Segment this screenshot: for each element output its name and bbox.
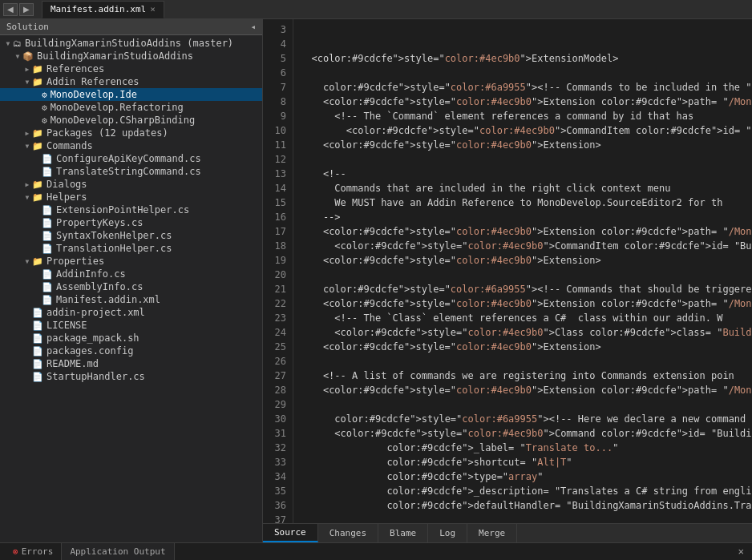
tree-icon: 📄 — [42, 244, 53, 254]
tree-label: BuildingXamarinStudioAddins — [37, 50, 193, 62]
tree-label: TranslationHelper.cs — [56, 243, 172, 254]
tree-item[interactable]: 📄addin-project.xml — [0, 306, 262, 319]
tree-label: Addin References — [46, 76, 139, 87]
tree-icon: 📁 — [32, 192, 43, 203]
tab-merge[interactable]: Merge — [467, 524, 517, 542]
line-number: 12 — [266, 152, 286, 167]
tree-label: MonoDevelop.Ide — [51, 89, 137, 100]
main-content: Solution ◂ ▼🗂BuildingXamarinStudioAddins… — [0, 19, 752, 542]
close-icon[interactable]: × — [150, 4, 156, 14]
tree-label: ConfigureApiKeyCommand.cs — [56, 153, 201, 164]
tree-item[interactable]: 📄README.md — [0, 357, 262, 370]
tree-item[interactable]: 📄packages.config — [0, 344, 262, 357]
line-number: 8 — [266, 95, 286, 109]
code-line: We MUST have an Addin Reference to MonoD… — [300, 195, 746, 210]
tree-icon: 📄 — [32, 372, 43, 382]
line-number: 25 — [266, 340, 286, 354]
errors-label: Errors — [22, 546, 54, 557]
tree-icon: 📄 — [32, 308, 43, 318]
line-number: 26 — [266, 354, 286, 369]
tree-item[interactable]: ⚙MonoDevelop.Refactoring — [0, 101, 262, 114]
sidebar-tree: ▼🗂BuildingXamarinStudioAddins (master)▼📦… — [0, 35, 262, 542]
output-section[interactable]: Application Output — [62, 543, 174, 560]
tree-item[interactable]: 📄package_mpack.sh — [0, 332, 262, 344]
tree-item[interactable]: ▶📁References — [0, 62, 262, 75]
app-container: ◀ ▶ Manifest.addin.xml × Solution ◂ ▼🗂Bu… — [0, 0, 752, 560]
tab-source[interactable]: Source — [263, 524, 318, 542]
line-number: 5 — [266, 51, 286, 66]
tree-item[interactable]: 📄Manifest.addin.xml — [0, 293, 262, 306]
tree-item[interactable]: ▼📦BuildingXamarinStudioAddins — [0, 50, 262, 62]
sidebar-resize-btn[interactable]: ◂ — [250, 22, 256, 32]
code-content: <color:#9cdcfe">style="color:#4ec9b0">Ex… — [293, 19, 752, 523]
code-line — [300, 397, 746, 412]
line-number: 36 — [266, 498, 286, 513]
line-numbers: 3456789101112131415161718192021222324252… — [263, 19, 293, 523]
line-number: 18 — [266, 239, 286, 253]
line-number: 3 — [266, 22, 286, 37]
errors-section[interactable]: ⊗ Errors — [5, 543, 62, 560]
tree-label: StartupHandler.cs — [46, 371, 145, 382]
tree-icon: 📄 — [42, 167, 53, 177]
line-number: 14 — [266, 181, 286, 195]
tree-label: addin-project.xml — [46, 307, 145, 318]
tree-item[interactable]: 📄StartupHandler.cs — [0, 370, 262, 383]
line-number: 32 — [266, 441, 286, 455]
tree-icon: 📄 — [42, 269, 53, 280]
tree-arrow: ▼ — [22, 258, 32, 265]
tree-item[interactable]: ▶📁Packages (12 updates) — [0, 127, 262, 139]
tree-item[interactable]: ▼📁Helpers — [0, 191, 262, 203]
tab-changes[interactable]: Changes — [318, 524, 378, 542]
code-line: <color:#9cdcfe">style="color:#4ec9b0">Ex… — [300, 296, 746, 311]
tree-item[interactable]: ▼📁Properties — [0, 255, 262, 268]
tree-item[interactable]: 📄SyntaxTokenHelper.cs — [0, 229, 262, 242]
line-number: 11 — [266, 138, 286, 152]
tree-item[interactable]: ▼🗂BuildingXamarinStudioAddins (master) — [0, 37, 262, 50]
line-number: 31 — [266, 426, 286, 441]
tree-icon: 🗂 — [13, 38, 22, 49]
tree-item[interactable]: 📄PropertyKeys.cs — [0, 216, 262, 229]
tree-item[interactable]: ▼📁Commands — [0, 139, 262, 152]
tree-label: README.md — [46, 358, 99, 369]
tree-label: MonoDevelop.Refactoring — [51, 102, 184, 113]
code-line: <!-- A list of commands we are registeri… — [300, 369, 746, 383]
output-close-btn[interactable]: × — [734, 546, 747, 558]
tree-icon: 📁 — [32, 77, 43, 87]
tree-item[interactable]: 📄AssemblyInfo.cs — [0, 280, 262, 293]
tree-label: packages.config — [46, 345, 133, 357]
tree-label: MonoDevelop.CSharpBinding — [51, 115, 196, 126]
tree-arrow: ▼ — [22, 143, 32, 150]
tree-item[interactable]: ⚙MonoDevelop.CSharpBinding — [0, 114, 262, 127]
tree-icon: 📁 — [32, 141, 43, 151]
tree-item[interactable]: 📄TranslateStringCommand.cs — [0, 165, 262, 178]
code-line — [300, 513, 746, 523]
tab-blame[interactable]: Blame — [378, 524, 428, 542]
code-line: <!-- — [300, 167, 746, 181]
tree-item[interactable]: ▼📁Addin References — [0, 75, 262, 88]
tree-item[interactable]: 📄ExtensionPointHelper.cs — [0, 203, 262, 216]
tree-label: SyntaxTokenHelper.cs — [56, 230, 172, 241]
sidebar: Solution ◂ ▼🗂BuildingXamarinStudioAddins… — [0, 19, 263, 542]
code-line: color:#9cdcfe">style="color:#6a9955"><!-… — [300, 282, 746, 296]
tree-icon: 📁 — [32, 64, 43, 75]
nav-fwd-btn[interactable]: ▶ — [19, 3, 34, 16]
tree-item[interactable]: 📄LICENSE — [0, 319, 262, 332]
tree-arrow: ▶ — [22, 181, 32, 188]
tree-icon: 📄 — [42, 218, 53, 228]
tree-item[interactable]: ▶📁Dialogs — [0, 178, 262, 191]
line-number: 22 — [266, 296, 286, 311]
line-number: 33 — [266, 455, 286, 469]
tree-item[interactable]: 📄ConfigureApiKeyCommand.cs — [0, 152, 262, 165]
line-number: 9 — [266, 109, 286, 123]
tree-item[interactable]: 📄TranslationHelper.cs — [0, 242, 262, 255]
file-tab[interactable]: Manifest.addin.xml × — [42, 1, 164, 18]
tab-log[interactable]: Log — [428, 524, 467, 542]
tree-item[interactable]: ⚙MonoDevelop.Ide — [0, 88, 262, 101]
nav-back-btn[interactable]: ◀ — [3, 3, 18, 16]
tree-item[interactable]: 📄AddinInfo.cs — [0, 268, 262, 280]
tree-icon: ⚙ — [42, 103, 47, 113]
output-label: Application Output — [70, 546, 165, 557]
line-number: 27 — [266, 369, 286, 383]
tree-label: Manifest.addin.xml — [56, 294, 160, 305]
code-line: color:#9cdcfe">style="color:#6a9955"><!-… — [300, 80, 746, 95]
